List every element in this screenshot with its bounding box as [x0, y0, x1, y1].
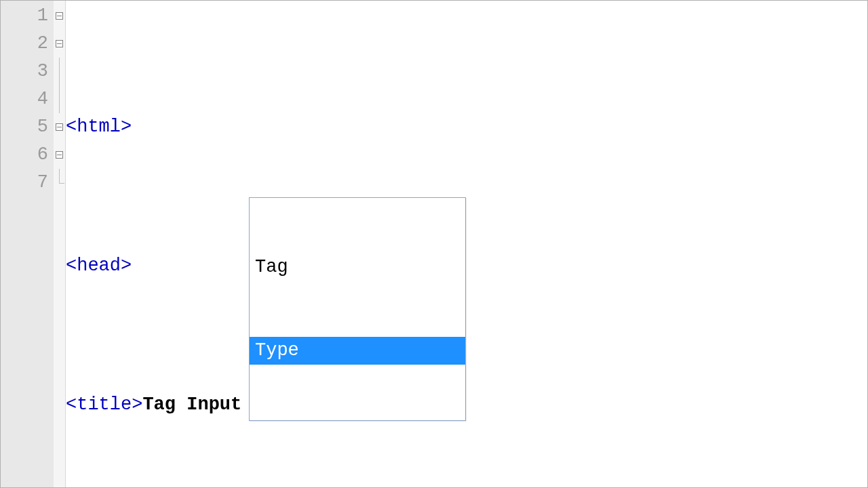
token-tagname: html: [77, 117, 121, 137]
fold-guide: [59, 58, 60, 85]
token-angle: >: [121, 117, 132, 137]
autocomplete-item-selected[interactable]: Type: [250, 337, 465, 365]
fold-column: [54, 1, 66, 487]
code-area[interactable]: <html> <head> <title>Tag Input Type Rese…: [66, 1, 867, 487]
token-tagname: title: [77, 394, 132, 415]
token-angle: <: [66, 394, 77, 415]
token-tagname: head: [77, 256, 121, 276]
line-number: 3: [1, 58, 48, 85]
line-number: 6: [1, 141, 48, 169]
line-number: 1: [1, 2, 48, 30]
fold-guide: [59, 85, 60, 113]
line-number: 2: [1, 30, 48, 58]
token-angle: <: [66, 256, 77, 276]
code-line[interactable]: <head>: [66, 252, 867, 280]
token-angle: >: [121, 256, 132, 276]
token-angle: >: [132, 394, 142, 415]
line-number: 5: [1, 113, 48, 141]
autocomplete-item[interactable]: Tag: [250, 253, 465, 281]
line-number: 7: [1, 169, 48, 197]
fold-toggle-icon[interactable]: [56, 151, 63, 159]
autocomplete-popup[interactable]: Tag Type: [249, 197, 466, 421]
fold-toggle-icon[interactable]: [56, 12, 63, 20]
code-editor: 1 2 3 4 5 6 7 <html> <head> <title>Tag I…: [0, 0, 868, 488]
fold-toggle-icon[interactable]: [56, 40, 63, 47]
fold-guide: [56, 169, 63, 197]
line-number-gutter: 1 2 3 4 5 6 7: [1, 1, 54, 487]
code-line[interactable]: <title>Tag Input Type Reset</title>: [66, 391, 867, 419]
fold-toggle-icon[interactable]: [56, 123, 63, 131]
token-angle: <: [66, 117, 77, 137]
code-line[interactable]: <html>: [66, 113, 867, 141]
line-number: 4: [1, 85, 48, 113]
